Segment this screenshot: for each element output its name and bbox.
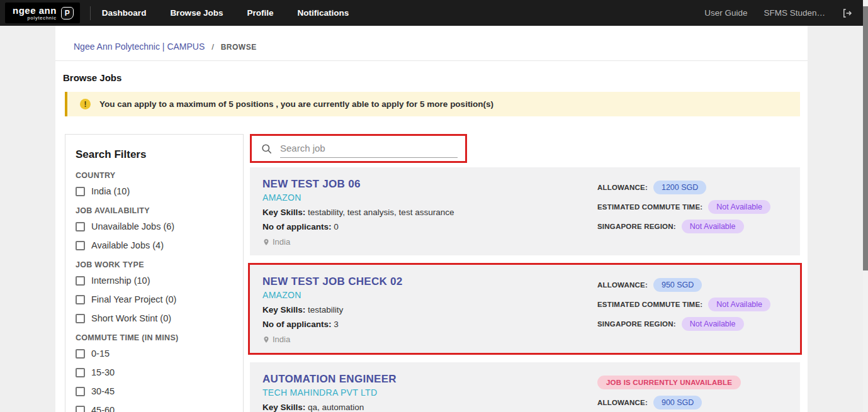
filter-group-work-type: JOB WORK TYPE xyxy=(76,260,232,269)
job-card-automation-engineer[interactable]: AUTOMATION ENGINEER TECH MAHINDRA PVT LT… xyxy=(250,362,800,412)
filter-option-15-30[interactable]: 15-30 xyxy=(76,367,232,377)
filter-option-internship[interactable]: Internship (10) xyxy=(76,276,232,286)
filter-option-short-work-stint[interactable]: Short Work Stint (0) xyxy=(76,313,232,323)
warning-icon: ! xyxy=(80,99,91,109)
commute-label: ESTIMATED COMMUTE TIME: xyxy=(597,301,702,308)
job-company: AMAZON xyxy=(262,192,454,203)
page-content: Ngee Ann Polytechnic | CAMPUS / BROWSE B… xyxy=(55,26,808,412)
applicants-value: 0 xyxy=(334,222,339,231)
filter-group-availability: JOB AVAILABILITY xyxy=(76,206,232,215)
allowance-label: ALLOWANCE: xyxy=(597,281,648,289)
nav-item-profile[interactable]: Profile xyxy=(247,8,273,18)
filter-option-final-year-project[interactable]: Final Year Project (0) xyxy=(76,294,232,304)
location-pin-icon xyxy=(262,238,270,247)
filter-option-available-jobs[interactable]: Available Jobs (4) xyxy=(76,240,232,250)
nav-item-user-guide[interactable]: User Guide xyxy=(704,8,747,18)
applicants-label: No of applicants: xyxy=(262,222,332,231)
region-label: SINGAPORE REGION: xyxy=(597,320,676,328)
alert-text: You can apply to a maximum of 5 position… xyxy=(99,99,493,109)
job-card-new-test-job-check-02[interactable]: NEW TEST JOB CHECK 02 AMAZON Key Skills:… xyxy=(250,265,800,353)
breadcrumb-current: BROWSE xyxy=(221,43,257,52)
key-skills-label: Key Skills: xyxy=(262,208,305,217)
breadcrumb-root-link[interactable]: Ngee Ann Polytechnic | CAMPUS xyxy=(74,42,205,52)
checkbox[interactable] xyxy=(76,187,85,196)
nav-item-dashboard[interactable]: Dashboard xyxy=(102,8,147,18)
region-label: SINGAPORE REGION: xyxy=(597,223,676,230)
ngee-ann-logo[interactable]: ngee ann polytechnic P xyxy=(5,3,80,23)
nav-item-notifications[interactable]: Notifications xyxy=(297,8,349,18)
nav-item-sfms-student[interactable]: SFMS Studen… xyxy=(764,8,825,18)
nav-right: User Guide SFMS Studen… xyxy=(704,8,853,19)
checkbox[interactable] xyxy=(76,314,85,323)
checkbox[interactable] xyxy=(76,241,85,250)
commute-badge: Not Available xyxy=(708,200,770,214)
key-skills-label: Key Skills: xyxy=(262,403,305,412)
checkbox[interactable] xyxy=(76,276,85,286)
job-list-column: NEW TEST JOB 06 AMAZON Key Skills: testa… xyxy=(250,134,800,412)
key-skills-value: testability xyxy=(308,305,343,315)
commute-label: ESTIMATED COMMUTE TIME: xyxy=(597,203,702,211)
region-badge: Not Available xyxy=(682,220,744,233)
allowance-badge: 950 SGD xyxy=(653,278,702,292)
job-card-new-test-job-06[interactable]: NEW TEST JOB 06 AMAZON Key Skills: testa… xyxy=(250,167,800,255)
scrollbar-thumb[interactable] xyxy=(863,6,868,270)
logo-line1: ngee ann xyxy=(13,6,57,15)
search-filters-panel: Search Filters COUNTRY India (10) JOB AV… xyxy=(65,134,244,412)
breadcrumb: Ngee Ann Polytechnic | CAMPUS / BROWSE xyxy=(55,26,808,60)
nav-items: Dashboard Browse Jobs Profile Notificati… xyxy=(102,8,349,18)
allowance-label: ALLOWANCE: xyxy=(597,399,648,406)
filter-option-45-60[interactable]: 45-60 xyxy=(76,405,232,412)
allowance-label: ALLOWANCE: xyxy=(597,184,648,191)
key-skills-label: Key Skills: xyxy=(262,305,305,315)
filter-option-30-45[interactable]: 30-45 xyxy=(76,386,232,396)
search-input[interactable] xyxy=(280,139,458,158)
region-badge: Not Available xyxy=(682,317,744,331)
breadcrumb-separator: / xyxy=(211,42,214,52)
filter-option-india[interactable]: India (10) xyxy=(76,186,232,196)
job-search-bar xyxy=(250,134,467,163)
checkbox[interactable] xyxy=(76,349,85,359)
filter-group-commute-time: COMMUTE TIME (IN MINS) xyxy=(76,333,232,342)
job-unavailable-badge: JOB IS CURRENTLY UNAVAILABLE xyxy=(597,376,741,389)
checkbox[interactable] xyxy=(76,387,85,396)
applicants-value: 3 xyxy=(334,320,339,329)
checkbox[interactable] xyxy=(76,368,85,377)
location-pin-icon xyxy=(262,335,270,344)
allowance-badge: 900 SGD xyxy=(653,396,702,409)
nav-divider xyxy=(90,6,91,20)
key-skills-value: qa, automation xyxy=(308,403,364,412)
job-title[interactable]: NEW TEST JOB 06 xyxy=(262,178,454,191)
top-navbar: ngee ann polytechnic P Dashboard Browse … xyxy=(0,0,863,26)
commute-badge: Not Available xyxy=(708,298,770,311)
page-title: Browse Jobs xyxy=(55,61,808,83)
filter-option-unavailable-jobs[interactable]: Unavailable Jobs (6) xyxy=(76,221,232,231)
job-company: TECH MAHINDRA PVT LTD xyxy=(262,387,483,398)
job-location: India xyxy=(273,335,290,344)
checkbox[interactable] xyxy=(76,222,85,231)
search-icon xyxy=(261,143,273,155)
logout-icon[interactable] xyxy=(842,8,853,19)
checkbox[interactable] xyxy=(76,295,85,304)
filters-title: Search Filters xyxy=(76,148,232,161)
key-skills-value: testability, test analysis, test assuran… xyxy=(308,208,454,217)
apply-limit-alert: ! You can apply to a maximum of 5 positi… xyxy=(65,92,800,116)
job-company: AMAZON xyxy=(262,290,403,300)
applicants-label: No of applicants: xyxy=(262,320,332,329)
page-scrollbar xyxy=(863,0,868,412)
checkbox[interactable] xyxy=(76,406,85,412)
job-location: India xyxy=(273,237,290,247)
filter-group-country: COUNTRY xyxy=(76,171,232,180)
ngee-ann-emblem-icon: P xyxy=(61,7,74,19)
filter-option-0-15[interactable]: 0-15 xyxy=(76,348,232,359)
allowance-badge: 1200 SGD xyxy=(653,181,706,194)
logo-line2: polytechnic xyxy=(13,16,57,21)
job-title[interactable]: NEW TEST JOB CHECK 02 xyxy=(262,276,403,288)
job-title[interactable]: AUTOMATION ENGINEER xyxy=(262,373,483,386)
logo-text: ngee ann polytechnic xyxy=(13,6,57,21)
nav-item-browse-jobs[interactable]: Browse Jobs xyxy=(170,8,223,18)
